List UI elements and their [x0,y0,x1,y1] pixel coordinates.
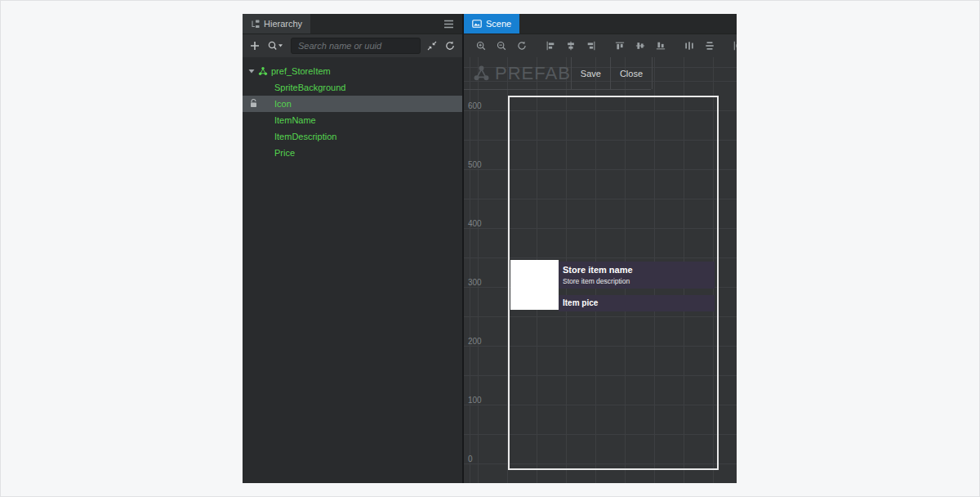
hierarchy-tree: pref_StoreItem SpriteBackground Icon Ite… [243,57,462,483]
tree-item-ItemDescription[interactable]: ItemDescription [243,128,462,145]
scene-panel: Scene [464,14,737,483]
align-v-center-icon[interactable] [634,38,647,53]
reset-view-icon[interactable] [515,38,528,53]
refresh-icon[interactable] [443,38,457,53]
hierarchy-icon [251,20,260,29]
ruler-label: 0 [468,454,473,463]
tree-item-Price[interactable]: Price [243,145,462,161]
align-right-icon[interactable] [585,38,598,53]
ruler-label: 500 [468,160,482,169]
hierarchy-toolbar [243,34,462,57]
collapse-all-icon[interactable] [425,38,439,53]
panel-menu-icon[interactable] [435,14,462,34]
scene-panel-header: Scene [464,14,737,34]
node-label: ItemName [274,115,316,125]
node-label: pref_StoreItem [271,66,331,76]
distribute-v-icon[interactable] [703,38,716,53]
tree-item-SpriteBackground[interactable]: SpriteBackground [243,79,462,96]
align-left-icon[interactable] [544,38,557,53]
ruler-label: 100 [468,396,482,405]
expand-arrow-icon[interactable] [248,68,255,74]
tree-item-pref_StoreItem[interactable]: pref_StoreItem [243,63,462,79]
prefab-mode-logo: PREFAB [464,57,571,89]
tab-scene[interactable]: Scene [464,14,519,34]
close-button[interactable]: Close [610,57,653,89]
tab-hierarchy[interactable]: Hierarchy [243,14,310,34]
tree-item-ItemName[interactable]: ItemName [243,112,462,128]
search-input[interactable] [291,38,421,54]
search-filter-button[interactable] [266,38,286,53]
node-label: Price [274,148,295,158]
distribute-h-icon[interactable] [683,38,696,53]
ruler-label: 600 [468,101,482,110]
stretch-h-icon[interactable] [732,38,737,53]
lock-icon[interactable] [250,99,257,108]
zoom-out-icon[interactable] [495,38,508,53]
align-h-center-icon[interactable] [564,38,577,53]
scene-canvas[interactable]: PREFAB Save Close 600 500 400 300 200 10… [464,57,737,483]
ruler-label: 200 [468,337,482,346]
prefab-icon [258,66,268,76]
hierarchy-panel: Hierarchy [243,14,464,483]
prefab-logo-icon [473,65,490,82]
ruler-label: 400 [468,219,482,228]
store-item-description-text: Store item description [563,277,715,285]
store-item-price-text: Item pice [563,298,598,307]
node-label: ItemDescription [274,132,336,141]
ruler-label: 300 [468,278,482,287]
store-item-name-text: Store item name [563,265,715,275]
hierarchy-tab-label: Hierarchy [264,19,302,29]
align-top-icon[interactable] [613,38,626,53]
add-node-button[interactable] [248,38,261,53]
zoom-in-icon[interactable] [474,38,488,53]
store-item-name-node[interactable]: Store item name Store item description [559,262,715,289]
node-label: Icon [274,99,292,109]
node-label: SpriteBackground [274,83,345,92]
scene-tab-label: Scene [486,19,511,29]
hierarchy-panel-header: Hierarchy [243,14,462,34]
scene-icon [472,19,482,29]
store-item-icon-node[interactable] [510,260,559,310]
scene-toolbar [464,34,737,57]
tree-item-Icon[interactable]: Icon [243,96,462,112]
store-item-price-node[interactable]: Item pice [559,295,715,311]
align-bottom-icon[interactable] [654,38,667,53]
editor-window: Hierarchy [243,14,737,483]
prefab-header: PREFAB Save Close [464,57,651,90]
prefab-logo-label: PREFAB [495,63,571,84]
save-button[interactable]: Save [571,57,610,89]
